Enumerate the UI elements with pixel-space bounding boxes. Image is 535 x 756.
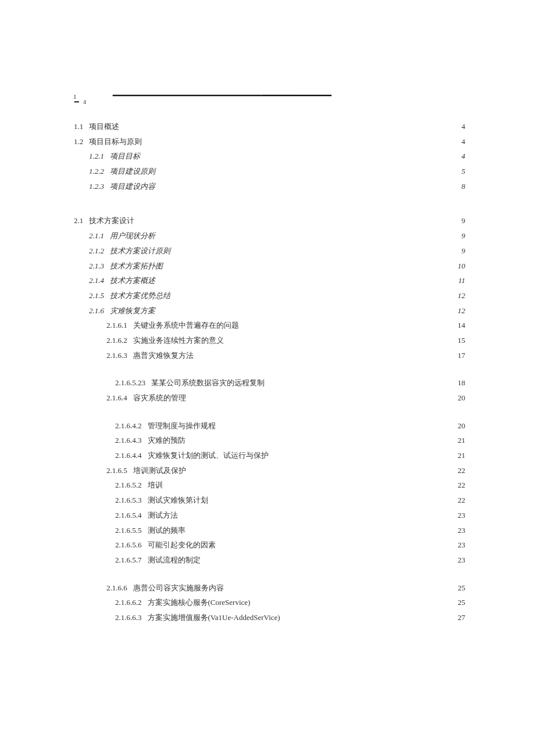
toc-entry[interactable]: 2.1.6.4容灾系统的管理20 (70, 391, 465, 406)
toc-entry-number: 2.1.6.5.7 (115, 553, 148, 568)
toc-entry-number: 2.1.6.5.2 (115, 478, 148, 493)
toc-entry-page: 5 (462, 164, 466, 179)
toc-entry-title: 项目概述 (89, 120, 119, 134)
toc-entry-number: 1.2.1 (89, 149, 110, 164)
toc-entry-page: 14 (458, 318, 465, 333)
toc-entry[interactable]: 1.2项目目标与原则4 (70, 135, 465, 149)
toc-entry[interactable]: 2.1.6.5.23某某公司系统数据容灾的远程复制18 (70, 376, 465, 390)
toc-entry-page: 22 (458, 478, 465, 493)
toc-entry-number: 2.1.6.2 (106, 334, 133, 348)
toc-entry-number: 2.1 (74, 214, 89, 228)
toc-entry-page: 20 (458, 419, 465, 433)
toc-entry[interactable]: 2.1.6.2实施业务连续性方案的意义15 (70, 334, 465, 348)
toc-spacer (70, 568, 465, 581)
toc-entry-title: 可能引起变化的因素 (148, 538, 216, 553)
toc-entry[interactable]: 2.1.6.5.3测试灾难恢第计划22 (70, 493, 465, 508)
toc-entry-page: 9 (462, 244, 466, 259)
toc-entry-number: 2.1.4 (89, 274, 110, 288)
toc-entry[interactable]: 2.1.6.5培训测试及保护22 (70, 464, 465, 478)
toc-entry-title: 测试灾难恢第计划 (148, 493, 208, 508)
toc-entry[interactable]: 2.1.4技术方案概述11 (70, 274, 465, 288)
toc-entry-number: 2.1.6.4.4 (115, 449, 148, 463)
toc-entry[interactable]: 1.2.3项目建设内容8 (70, 180, 465, 194)
toc-spacer (70, 363, 465, 376)
toc-entry-title: 方案实施核心服务(CoreService) (148, 596, 251, 610)
toc-entry[interactable]: 2.1.6.4.2管理制度与操作规程20 (70, 419, 465, 433)
toc-entry-number: 2.1.6.5.6 (115, 538, 148, 553)
toc-entry[interactable]: 2.1.6.3惠普灾难恢复方法17 (70, 349, 465, 363)
toc-entry-title: 项目建设内容 (110, 180, 155, 194)
toc-entry-page: 10 (458, 259, 465, 274)
toc-entry-number: 2.1.6.5.23 (115, 376, 151, 390)
toc-entry-page: 17 (458, 349, 465, 363)
toc-entry-page: 12 (458, 304, 465, 318)
toc-entry[interactable]: 2.1.6.5.5测试的频率23 (70, 524, 465, 538)
toc-entry-number: 1.2 (74, 135, 89, 149)
toc-entry-page: 23 (458, 553, 465, 568)
toc-entry-page: 25 (458, 596, 465, 610)
toc-entry[interactable]: 2.1.6.6惠普公司容灾实施服务内容25 (70, 581, 465, 596)
toc-entry[interactable]: 1.2.2项目建设原则5 (70, 164, 465, 179)
toc-entry-page: 21 (458, 433, 465, 448)
toc-entry-title: 技术方案优势总结 (110, 289, 170, 303)
toc-entry[interactable]: 2.1.6.4.4灾难恢复计划的测试、试运行与保护21 (70, 449, 465, 463)
toc-entry-title: 关键业务系统中普遍存在的问题 (133, 318, 239, 333)
toc-entry-title: 用户现状分析 (110, 229, 155, 243)
toc-entry[interactable]: 2.1.6.5.7测试流程的制定23 (70, 553, 465, 568)
toc-entry-number: 2.1.6.3 (106, 349, 133, 363)
toc-entry-title: 测试方法 (148, 508, 178, 523)
toc-entry-title: 技术方案设计原则 (110, 244, 170, 259)
toc-entry[interactable]: 2.1.6.6.3方案实施增值服务(Va1Ue-AddedSerVice)27 (70, 611, 465, 625)
toc-entry-title: 惠普公司容灾实施服务内容 (133, 581, 224, 596)
toc-entry[interactable]: 2.1.6.4.3灾难的预防21 (70, 433, 465, 448)
toc-entry[interactable]: 1.1项目概述4 (70, 120, 465, 134)
toc-entry-page: 25 (458, 581, 465, 596)
toc-entry[interactable]: 2.1技术方案设计9 (70, 214, 465, 228)
toc-entry-number: 2.1.6.4.3 (115, 433, 148, 448)
toc-entry-number: 2.1.6.6.3 (115, 611, 148, 625)
toc-entry-number: 1.2.3 (89, 180, 110, 194)
toc-entry[interactable]: 2.1.6.6.2方案实施核心服务(CoreService)25 (70, 596, 465, 610)
toc-entry-number: 2.1.5 (89, 289, 110, 303)
toc-entry-page: 4 (462, 135, 466, 149)
toc-entry-page: 12 (458, 289, 465, 303)
toc-entry[interactable]: 2.1.6.5.6可能引起变化的因素23 (70, 538, 465, 553)
toc-entry-page: 20 (458, 391, 465, 406)
toc-entry-page: 8 (462, 180, 466, 194)
toc-entry-title: 技术方案设计 (89, 214, 134, 228)
toc-entry[interactable]: 2.1.6.5.4测试方法23 (70, 508, 465, 523)
toc-top-subline: 4 (74, 100, 465, 107)
toc-entry[interactable]: 2.1.6.1关键业务系统中普遍存在的问题14 (70, 318, 465, 333)
toc-entry[interactable]: 2.1.6.5.2培训22 (70, 478, 465, 493)
toc-entry-number: 2.1.6.4 (106, 391, 133, 406)
toc-entry-title: 某某公司系统数据容灾的远程复制 (151, 376, 265, 390)
toc-entry-title: 实施业务连续性方案的意义 (133, 334, 224, 348)
toc-entry-title: 测试的频率 (148, 524, 186, 538)
toc-entry-title: 方案实施增值服务(Va1Ue-AddedSerVice) (148, 611, 280, 625)
toc-entry-page: 18 (458, 376, 465, 390)
toc-entry[interactable]: 2.1.3技术方案拓扑图10 (70, 259, 465, 274)
toc-entry-page: 15 (458, 334, 465, 348)
toc-entry-number: 1.2.2 (89, 164, 110, 179)
toc-entry-title: 容灾系统的管理 (133, 391, 186, 406)
toc-entry[interactable]: 2.1.6灾难恢复方案12 (70, 304, 465, 318)
toc-entry-title: 灾难的预防 (148, 433, 186, 448)
toc-entry[interactable]: 2.1.2技术方案设计原则9 (70, 244, 465, 259)
toc-entry-page: 21 (458, 449, 465, 463)
toc-entry-title: 测试流程的制定 (148, 553, 201, 568)
toc-entry-page: 27 (458, 611, 465, 625)
toc-entry-number: 2.1.6.6 (106, 581, 133, 596)
toc-entry[interactable]: 1.2.1项目目标4 (70, 149, 465, 164)
toc-entry-number: 1.1 (74, 120, 89, 134)
toc-entry-title: 项目目标 (110, 149, 140, 164)
toc-entry-page: 11 (458, 274, 465, 288)
toc-entry-title: 项目建设原则 (110, 164, 155, 179)
toc-entry-title: 灾难恢复方案 (110, 304, 155, 318)
toc-entry-number: 2.1.6.5 (106, 464, 133, 478)
toc-entry[interactable]: 2.1.5技术方案优势总结12 (70, 289, 465, 303)
toc-entry-number: 2.1.6.4.2 (115, 419, 148, 433)
toc-entry-page: 4 (462, 149, 466, 164)
toc-entry-title: 灾难恢复计划的测试、试运行与保护 (148, 449, 269, 463)
toc-entry[interactable]: 2.1.1用户现状分析9 (70, 229, 465, 243)
toc-entry-number: 2.1.3 (89, 259, 110, 274)
